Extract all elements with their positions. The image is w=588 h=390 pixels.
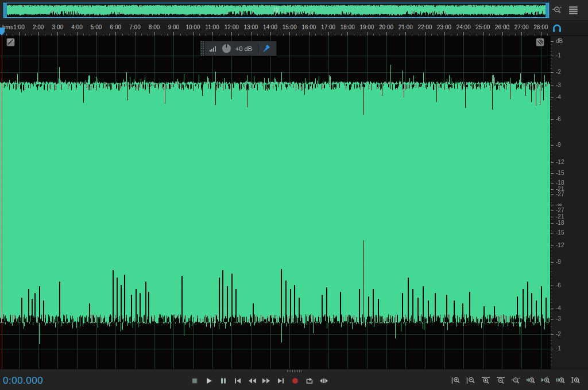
timeline-tick-label: 2:00 bbox=[33, 24, 44, 30]
db-scale-label: -21 bbox=[556, 214, 564, 220]
timeline-tick-label: 10:00 bbox=[185, 24, 200, 30]
zoom-to-selection-button[interactable] bbox=[555, 375, 567, 387]
timeline-minor-tick bbox=[161, 34, 161, 36]
timeline-minor-tick bbox=[245, 34, 245, 36]
record-button[interactable] bbox=[289, 375, 301, 387]
time-display[interactable]: 0:00.000 bbox=[3, 375, 43, 387]
timeline-ruler[interactable]: hms 1:002:003:004:005:006:007:008:009:00… bbox=[0, 21, 550, 36]
amplitude-ruler[interactable]: dB-1-2-3-4-6-9-12-15-18-21-27-∞-27-21-18… bbox=[550, 36, 588, 369]
rewind-button[interactable] bbox=[246, 375, 258, 387]
zoom-to-playhead-button[interactable] bbox=[570, 375, 582, 387]
db-minor-tick bbox=[551, 254, 552, 255]
timeline-major-tick bbox=[541, 32, 541, 36]
db-minor-tick bbox=[551, 168, 552, 169]
timeline-minor-tick bbox=[32, 34, 32, 36]
drag-grip-icon[interactable] bbox=[200, 41, 205, 56]
volume-knob[interactable] bbox=[221, 43, 232, 54]
db-scale-label: -12 bbox=[556, 159, 564, 165]
db-major-tick bbox=[551, 98, 554, 98]
timeline-tick-label: 26:00 bbox=[495, 24, 509, 30]
playhead-line[interactable] bbox=[2, 36, 2, 369]
stop-button[interactable] bbox=[189, 375, 200, 387]
panel-menu-button[interactable] bbox=[567, 5, 580, 16]
timeline-minor-tick bbox=[148, 34, 148, 36]
db-minor-tick bbox=[551, 99, 552, 100]
db-scale-label: -27 bbox=[556, 192, 564, 197]
timeline-major-tick bbox=[173, 32, 174, 36]
zoom-in-amplitude-button[interactable] bbox=[450, 375, 462, 387]
level-meter-button[interactable] bbox=[209, 44, 218, 53]
loop-playback-button[interactable] bbox=[304, 375, 315, 387]
db-minor-tick bbox=[551, 264, 552, 265]
zoom-out-full-button[interactable] bbox=[510, 375, 522, 387]
skip-to-start-button[interactable] bbox=[232, 375, 243, 387]
db-major-tick bbox=[551, 162, 554, 163]
db-minor-tick bbox=[551, 258, 552, 258]
timeline-minor-tick bbox=[141, 34, 142, 36]
zoom-in-time-button[interactable] bbox=[480, 375, 492, 387]
db-minor-tick bbox=[551, 209, 552, 210]
fade-out-handle[interactable] bbox=[536, 38, 544, 46]
db-major-tick bbox=[551, 245, 554, 246]
waveform-display[interactable] bbox=[0, 36, 550, 369]
db-major-tick bbox=[551, 319, 554, 319]
level-meter-icon bbox=[209, 44, 218, 53]
timeline-minor-tick bbox=[431, 34, 432, 36]
zoom-out-time-button[interactable] bbox=[495, 375, 507, 387]
db-minor-tick bbox=[551, 309, 552, 310]
zoom-out-amplitude-button[interactable] bbox=[465, 375, 477, 387]
zoom-in-at-out-point-button[interactable] bbox=[540, 375, 552, 387]
db-major-tick bbox=[551, 217, 554, 217]
timeline-minor-tick bbox=[71, 34, 71, 36]
timeline-major-tick bbox=[444, 32, 445, 36]
zoom-out-full-button[interactable] bbox=[551, 5, 564, 16]
pause-button[interactable] bbox=[218, 375, 229, 387]
db-minor-tick bbox=[551, 288, 552, 289]
db-minor-tick bbox=[551, 302, 552, 303]
volume-hud: +0 dB bbox=[200, 41, 277, 56]
zoom-in-at-in-point-button[interactable] bbox=[525, 375, 537, 387]
fade-in-handle[interactable] bbox=[6, 38, 15, 46]
timeline-major-tick bbox=[270, 32, 271, 36]
db-major-tick bbox=[551, 286, 554, 286]
timeline-minor-tick bbox=[496, 34, 496, 36]
db-scale-label: -9 bbox=[556, 259, 561, 265]
db-minor-tick bbox=[551, 240, 552, 241]
timeline-tick-label: 17:00 bbox=[321, 24, 335, 30]
timeline-minor-tick bbox=[380, 34, 380, 36]
timeline-minor-tick bbox=[315, 34, 316, 36]
gain-value[interactable]: +0 dB bbox=[235, 45, 252, 52]
grip-bars-icon[interactable] bbox=[274, 7, 278, 13]
fast-forward-button[interactable] bbox=[261, 375, 272, 387]
db-minor-tick bbox=[551, 175, 552, 176]
monitor-button[interactable] bbox=[552, 23, 563, 34]
play-button[interactable] bbox=[203, 375, 215, 387]
stop-icon bbox=[190, 376, 199, 385]
db-scale-label: -18 bbox=[556, 220, 564, 226]
db-minor-tick bbox=[551, 141, 552, 141]
overview-right-handle[interactable] bbox=[546, 3, 548, 17]
db-minor-tick bbox=[551, 333, 552, 334]
db-scale-label: -1 bbox=[556, 53, 561, 58]
db-minor-tick bbox=[551, 344, 552, 344]
db-minor-tick bbox=[551, 330, 552, 330]
timeline-major-tick bbox=[251, 32, 252, 36]
db-scale-label: -18 bbox=[556, 180, 564, 186]
skip-selection-button[interactable] bbox=[318, 375, 330, 387]
db-minor-tick bbox=[551, 278, 552, 279]
pin-hud-button[interactable] bbox=[262, 44, 271, 53]
record-icon bbox=[291, 376, 300, 385]
overview-selection-box[interactable] bbox=[3, 3, 549, 18]
timeline-tick-label: 23:00 bbox=[437, 24, 451, 30]
overview-left-handle[interactable] bbox=[4, 3, 7, 17]
timeline-tick-label: 9:00 bbox=[168, 24, 179, 30]
timeline-minor-tick bbox=[361, 34, 361, 36]
skip-to-end-button[interactable] bbox=[275, 375, 287, 387]
db-minor-tick bbox=[551, 306, 552, 306]
db-minor-tick bbox=[551, 347, 552, 348]
db-minor-tick bbox=[551, 364, 552, 365]
skip-start-icon bbox=[233, 376, 242, 385]
timeline-minor-tick bbox=[199, 34, 200, 36]
timeline-major-tick bbox=[77, 32, 78, 36]
db-scale-label: -4 bbox=[556, 95, 561, 100]
